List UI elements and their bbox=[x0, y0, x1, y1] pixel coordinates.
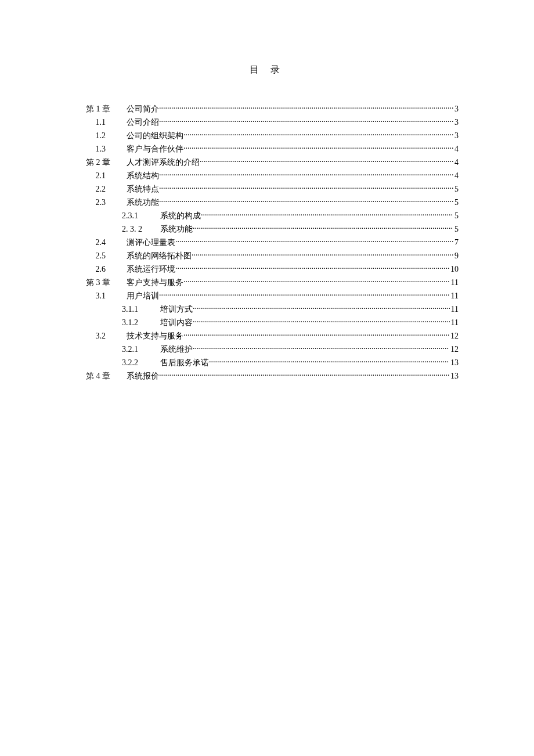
toc-entry: 1.1公司介绍3 bbox=[75, 116, 459, 129]
toc-entry-text: 用户培训 bbox=[127, 289, 159, 303]
toc-entry-text: 系统功能 bbox=[160, 222, 193, 236]
toc-entry-label: 3.2.2 bbox=[75, 356, 144, 369]
toc-entry-text: 培训方式 bbox=[160, 303, 193, 316]
toc-entry-text: 系统特点 bbox=[127, 182, 159, 196]
toc-leader-dots bbox=[159, 183, 453, 192]
toc-entry-label: 1.1 bbox=[75, 116, 106, 129]
toc-entry-page: 5 bbox=[453, 209, 459, 222]
toc-leader-dots bbox=[193, 304, 450, 312]
toc-entry-text: 客户与合作伙伴 bbox=[127, 142, 183, 156]
toc-leader-dots bbox=[159, 170, 453, 178]
toc-container: 第 1 章公司简介31.1公司介绍31.2公司的组织架构31.3客户与合作伙伴4… bbox=[75, 102, 459, 383]
toc-entry-text: 公司介绍 bbox=[127, 116, 159, 129]
toc-entry-label: 1.2 bbox=[75, 129, 106, 142]
toc-leader-dots bbox=[175, 264, 449, 272]
toc-leader-dots bbox=[193, 224, 453, 232]
toc-entry-page: 12 bbox=[449, 343, 459, 356]
toc-entry-page: 3 bbox=[453, 129, 459, 142]
toc-entry-page: 11 bbox=[450, 289, 459, 303]
toc-leader-dots bbox=[159, 290, 450, 298]
toc-entry-label: 2.4 bbox=[75, 236, 106, 249]
toc-entry-label: 第 1 章 bbox=[75, 102, 110, 116]
toc-entry-page: 10 bbox=[449, 262, 459, 276]
toc-entry: 3.1.1培训方式11 bbox=[75, 303, 459, 316]
toc-entry-label: 第 2 章 bbox=[75, 156, 110, 169]
toc-entry-page: 5 bbox=[453, 222, 459, 236]
toc-entry: 2.1系统结构4 bbox=[75, 169, 459, 182]
toc-leader-dots bbox=[159, 370, 449, 379]
toc-entry-page: 13 bbox=[449, 356, 459, 369]
toc-entry-label: 第 3 章 bbox=[75, 276, 110, 289]
toc-entry-label: 3.1.1 bbox=[75, 303, 144, 316]
toc-entry-text: 客户支持与服务 bbox=[127, 276, 183, 289]
toc-entry: 2.3.1系统的构成5 bbox=[75, 209, 459, 222]
toc-entry-label: 2. 3. 2 bbox=[75, 222, 144, 236]
toc-leader-dots bbox=[193, 317, 450, 325]
toc-entry-label: 第 4 章 bbox=[75, 369, 110, 383]
toc-entry: 第 1 章公司简介3 bbox=[75, 102, 459, 116]
toc-leader-dots bbox=[193, 344, 449, 352]
toc-entry-label: 2.5 bbox=[75, 249, 106, 262]
toc-leader-dots bbox=[159, 117, 453, 125]
toc-entry: 第 3 章客户支持与服务11 bbox=[75, 276, 459, 289]
toc-entry-label: 2.2 bbox=[75, 182, 106, 196]
toc-entry-text: 系统运行环境 bbox=[127, 262, 175, 276]
toc-entry-page: 11 bbox=[450, 276, 459, 289]
toc-entry-page: 12 bbox=[449, 329, 459, 343]
toc-entry-label: 2.6 bbox=[75, 262, 106, 276]
toc-entry-page: 13 bbox=[449, 369, 459, 383]
toc-entry: 2.2系统特点5 bbox=[75, 182, 459, 196]
toc-leader-dots bbox=[159, 197, 453, 205]
toc-entry-page: 11 bbox=[450, 316, 459, 329]
toc-leader-dots bbox=[183, 277, 450, 285]
toc-entry-text: 系统的构成 bbox=[160, 209, 201, 222]
toc-entry-page: 3 bbox=[453, 102, 459, 116]
toc-entry-label: 3.1.2 bbox=[75, 316, 144, 329]
toc-leader-dots bbox=[201, 210, 453, 218]
toc-leader-dots bbox=[183, 143, 453, 152]
toc-entry: 2.3系统功能5 bbox=[75, 196, 459, 209]
toc-entry-text: 系统功能 bbox=[127, 196, 159, 209]
toc-entry: 3.2.1系统维护12 bbox=[75, 343, 459, 356]
toc-entry-page: 9 bbox=[453, 249, 459, 262]
toc-entry: 第 2 章人才测评系统的介绍4 bbox=[75, 156, 459, 169]
toc-entry-text: 技术支持与服务 bbox=[127, 329, 183, 343]
toc-entry: 2. 3. 2系统功能5 bbox=[75, 222, 459, 236]
toc-entry: 2.4测评心理量表7 bbox=[75, 236, 459, 249]
toc-entry-text: 系统报价 bbox=[127, 369, 159, 383]
toc-entry-label: 3.2.1 bbox=[75, 343, 144, 356]
toc-entry-page: 11 bbox=[450, 303, 459, 316]
toc-entry: 1.3客户与合作伙伴4 bbox=[75, 142, 459, 156]
toc-leader-dots bbox=[192, 250, 453, 258]
toc-entry: 第 4 章系统报价13 bbox=[75, 369, 459, 383]
toc-entry: 3.2技术支持与服务12 bbox=[75, 329, 459, 343]
toc-entry: 2.5系统的网络拓朴图9 bbox=[75, 249, 459, 262]
toc-leader-dots bbox=[209, 357, 449, 365]
toc-leader-dots bbox=[183, 130, 453, 138]
toc-entry-text: 售后服务承诺 bbox=[160, 356, 209, 369]
toc-leader-dots bbox=[183, 330, 449, 339]
toc-leader-dots bbox=[175, 237, 453, 245]
toc-entry-page: 4 bbox=[453, 142, 459, 156]
toc-title: 目 录 bbox=[75, 64, 459, 76]
toc-entry-page: 5 bbox=[453, 182, 459, 196]
toc-entry-page: 3 bbox=[453, 116, 459, 129]
toc-entry-label: 2.3.1 bbox=[75, 209, 144, 222]
toc-entry-page: 4 bbox=[453, 156, 459, 169]
toc-entry-label: 3.2 bbox=[75, 329, 106, 343]
toc-entry-label: 2.3 bbox=[75, 196, 106, 209]
toc-entry: 3.1.2培训内容11 bbox=[75, 316, 459, 329]
toc-entry-text: 系统的网络拓朴图 bbox=[127, 249, 192, 262]
toc-entry-text: 人才测评系统的介绍 bbox=[127, 156, 200, 169]
toc-entry-label: 3.1 bbox=[75, 289, 106, 303]
toc-entry-page: 7 bbox=[453, 236, 459, 249]
toc-entry: 3.2.2售后服务承诺13 bbox=[75, 356, 459, 369]
toc-entry: 3.1用户培训11 bbox=[75, 289, 459, 303]
toc-leader-dots bbox=[159, 103, 453, 111]
toc-entry-page: 5 bbox=[453, 196, 459, 209]
toc-entry-text: 公司的组织架构 bbox=[127, 129, 183, 142]
toc-entry-text: 培训内容 bbox=[160, 316, 193, 329]
toc-entry-text: 系统维护 bbox=[160, 343, 193, 356]
toc-entry: 1.2公司的组织架构3 bbox=[75, 129, 459, 142]
toc-entry-text: 公司简介 bbox=[127, 102, 159, 116]
